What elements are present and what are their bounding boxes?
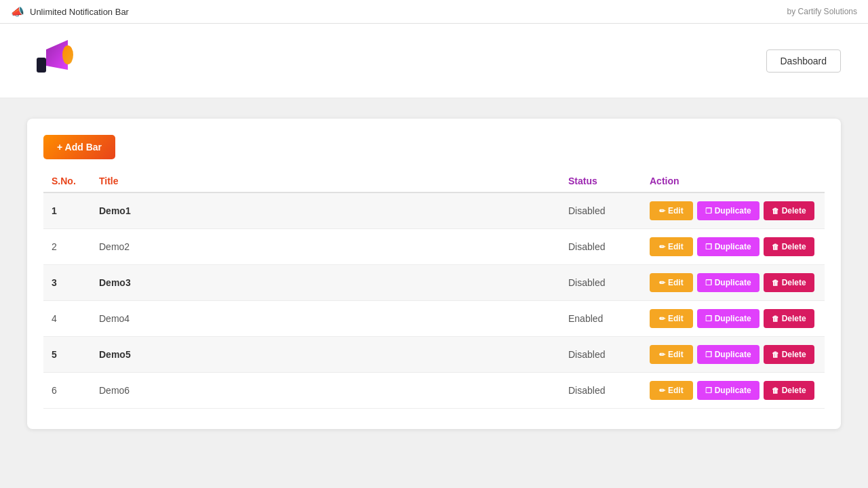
col-status: Status — [560, 170, 642, 192]
cell-status: Enabled — [560, 301, 642, 337]
cell-action: EditDuplicateDelete — [642, 229, 825, 265]
cell-title: Demo3 — [91, 265, 560, 301]
delete-button[interactable]: Delete — [764, 273, 814, 292]
app-icon: 📣 — [11, 5, 24, 18]
action-buttons: EditDuplicateDelete — [650, 273, 816, 292]
copy-icon — [705, 314, 712, 323]
trash-icon — [772, 278, 779, 287]
duplicate-button[interactable]: Duplicate — [697, 237, 760, 256]
pencil-icon — [659, 206, 665, 216]
delete-button[interactable]: Delete — [764, 201, 814, 220]
action-buttons: EditDuplicateDelete — [650, 309, 816, 328]
top-nav: 📣 Unlimited Notification Bar by Cartify … — [0, 0, 868, 24]
edit-button[interactable]: Edit — [650, 345, 693, 364]
edit-button[interactable]: Edit — [650, 201, 693, 220]
cell-title: Demo1 — [91, 192, 560, 229]
main-card: + Add Bar S.No. Title Status Action 1Dem… — [27, 119, 841, 429]
edit-button[interactable]: Edit — [650, 309, 693, 328]
copy-icon — [705, 350, 712, 359]
svg-point-1 — [62, 45, 73, 64]
cell-sno: 4 — [43, 301, 91, 337]
trash-icon — [772, 206, 779, 216]
cell-status: Disabled — [560, 337, 642, 373]
cell-sno: 3 — [43, 265, 91, 301]
pencil-icon — [659, 278, 665, 287]
duplicate-button[interactable]: Duplicate — [697, 345, 760, 364]
cell-status: Disabled — [560, 192, 642, 229]
trash-icon — [772, 242, 779, 251]
cell-title: Demo5 — [91, 337, 560, 373]
action-buttons: EditDuplicateDelete — [650, 201, 816, 220]
duplicate-button[interactable]: Duplicate — [697, 381, 760, 400]
cell-sno: 5 — [43, 337, 91, 373]
cell-action: EditDuplicateDelete — [642, 373, 825, 409]
duplicate-button[interactable]: Duplicate — [697, 273, 760, 292]
add-bar-button[interactable]: + Add Bar — [43, 135, 115, 159]
brand-text: by Cartify Solutions — [787, 7, 857, 16]
delete-button[interactable]: Delete — [764, 345, 814, 364]
action-buttons: EditDuplicateDelete — [650, 381, 816, 400]
table-row: 6Demo6DisabledEditDuplicateDelete — [43, 373, 825, 409]
action-buttons: EditDuplicateDelete — [650, 237, 816, 256]
cell-action: EditDuplicateDelete — [642, 337, 825, 373]
edit-button[interactable]: Edit — [650, 381, 693, 400]
main-content: + Add Bar S.No. Title Status Action 1Dem… — [0, 98, 868, 449]
copy-icon — [705, 242, 712, 251]
col-title: Title — [91, 170, 560, 192]
cell-status: Disabled — [560, 229, 642, 265]
table-header-row: S.No. Title Status Action — [43, 170, 825, 192]
table-row: 2Demo2DisabledEditDuplicateDelete — [43, 229, 825, 265]
cell-action: EditDuplicateDelete — [642, 301, 825, 337]
copy-icon — [705, 206, 712, 216]
table-row: 1Demo1DisabledEditDuplicateDelete — [43, 192, 825, 229]
dashboard-button[interactable]: Dashboard — [766, 49, 842, 73]
duplicate-button[interactable]: Duplicate — [697, 201, 760, 220]
notification-table: S.No. Title Status Action 1Demo1Disabled… — [43, 170, 825, 409]
cell-action: EditDuplicateDelete — [642, 192, 825, 229]
table-row: 3Demo3DisabledEditDuplicateDelete — [43, 265, 825, 301]
cell-action: EditDuplicateDelete — [642, 265, 825, 301]
cell-status: Disabled — [560, 373, 642, 409]
app-title: Unlimited Notification Bar — [30, 7, 129, 17]
delete-button[interactable]: Delete — [764, 381, 814, 400]
cell-sno: 2 — [43, 229, 91, 265]
trash-icon — [772, 314, 779, 323]
copy-icon — [705, 386, 712, 395]
cell-sno: 6 — [43, 373, 91, 409]
edit-button[interactable]: Edit — [650, 237, 693, 256]
top-nav-left: 📣 Unlimited Notification Bar — [11, 5, 129, 18]
table-row: 5Demo5DisabledEditDuplicateDelete — [43, 337, 825, 373]
cell-title: Demo4 — [91, 301, 560, 337]
table-row: 4Demo4EnabledEditDuplicateDelete — [43, 301, 825, 337]
svg-rect-0 — [37, 58, 46, 73]
edit-button[interactable]: Edit — [650, 273, 693, 292]
header-section: Dashboard — [0, 24, 868, 98]
logo-area — [27, 30, 81, 92]
col-sno: S.No. — [43, 170, 91, 192]
pencil-icon — [659, 386, 665, 395]
pencil-icon — [659, 314, 665, 323]
delete-button[interactable]: Delete — [764, 309, 814, 328]
copy-icon — [705, 278, 712, 287]
cell-status: Disabled — [560, 265, 642, 301]
action-buttons: EditDuplicateDelete — [650, 345, 816, 364]
delete-button[interactable]: Delete — [764, 237, 814, 256]
pencil-icon — [659, 350, 665, 359]
cell-title: Demo2 — [91, 229, 560, 265]
pencil-icon — [659, 242, 665, 251]
col-action: Action — [642, 170, 825, 192]
megaphone-logo — [27, 30, 81, 92]
trash-icon — [772, 350, 779, 359]
cell-sno: 1 — [43, 192, 91, 229]
cell-title: Demo6 — [91, 373, 560, 409]
duplicate-button[interactable]: Duplicate — [697, 309, 760, 328]
trash-icon — [772, 386, 779, 395]
